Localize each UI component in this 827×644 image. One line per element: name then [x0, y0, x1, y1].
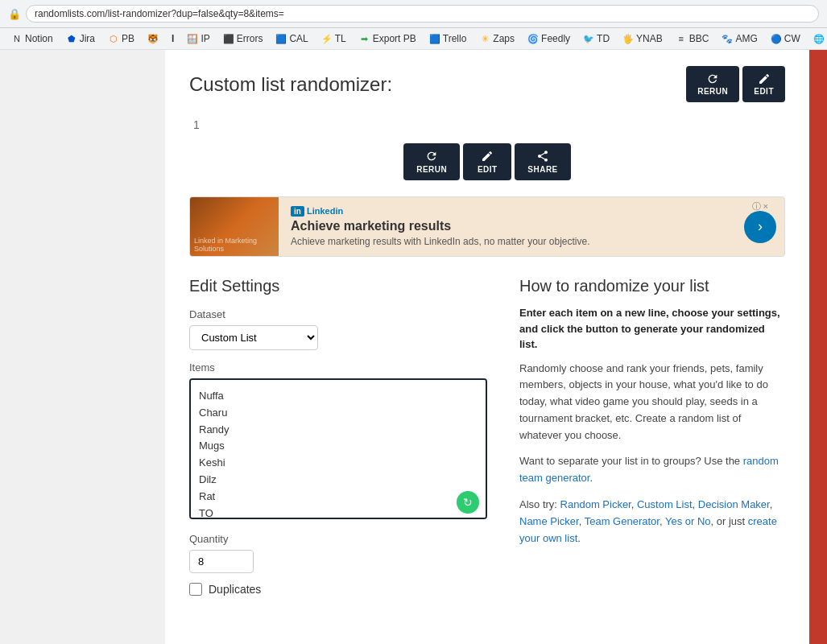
two-column-layout: Edit Settings Dataset Custom List Names …: [189, 277, 785, 596]
para2-prefix: Want to separate your list in to groups?…: [519, 455, 743, 467]
bookmark-jira[interactable]: ⬟ Jira: [61, 31, 100, 46]
dataset-select[interactable]: Custom List Names Numbers Colors Countri…: [189, 325, 318, 350]
header-edit-label: EDIT: [754, 87, 774, 96]
refresh-button[interactable]: ↻: [457, 491, 479, 514]
edit-button[interactable]: EDIT: [463, 143, 511, 180]
bookmark-label: PB: [122, 33, 134, 44]
how-to-title: How to randomize your list: [519, 277, 785, 295]
page-title: Custom list randomizer:: [189, 73, 392, 96]
right-panel: [809, 50, 827, 644]
header-buttons: RERUN EDIT: [686, 66, 785, 102]
quantity-input[interactable]: [189, 550, 254, 573]
header-edit-button[interactable]: EDIT: [742, 66, 785, 102]
td-icon: 🐦: [583, 33, 594, 44]
ad-subtitle: Achieve marketing results with LinkedIn …: [291, 236, 732, 247]
ynab-icon: 🖐: [622, 33, 634, 44]
amg-icon: 🐾: [722, 33, 733, 44]
bookmark-trello[interactable]: 🟦 Trello: [424, 31, 472, 46]
decision-maker-link[interactable]: Decision Maker: [698, 498, 770, 510]
cal-icon: 🟦: [275, 33, 287, 44]
bookmark-bbc[interactable]: ≡ BBC: [671, 31, 714, 46]
duplicates-row: Duplicates: [189, 583, 487, 596]
bookmark-label: Errors: [237, 33, 263, 44]
ad-logo: in Linkedin: [291, 206, 732, 216]
bookmarks-bar: N Notion ⬟ Jira ⬡ PB 🐯 I 🪟 IP ⬛ Errors 🟦…: [0, 28, 827, 50]
bookmark-label: I: [172, 33, 174, 44]
bookmark-cal[interactable]: 🟦 CAL: [271, 31, 312, 46]
ad-banner: Linked in Marketing Solutions in Linkedi…: [189, 196, 785, 257]
browser-bar: 🔒 randomlists.com/list-randomizer?dup=fa…: [0, 0, 827, 28]
ad-title: Achieve marketing results: [291, 219, 732, 233]
errors-icon: ⬛: [223, 33, 234, 44]
para3-prefix: Also try:: [519, 498, 560, 510]
bookmark-label: YNAB: [636, 33, 663, 44]
bookmark-label: CAL: [289, 33, 308, 44]
how-to-para2: Want to separate your list in to groups?…: [519, 453, 785, 487]
team-generator-link[interactable]: Team Generator: [585, 515, 660, 527]
page-header: Custom list randomizer: RERUN EDIT: [189, 66, 785, 102]
header-rerun-label: RERUN: [697, 87, 728, 96]
bookmark-label: Zaps: [493, 33, 515, 44]
feedly-icon: 🌀: [527, 33, 539, 44]
para3-suffix: .: [577, 532, 581, 544]
zaps-icon: ✳: [479, 33, 490, 44]
action-buttons: RERUN EDIT SHARE: [189, 143, 785, 180]
bookmark-label: Trello: [443, 33, 467, 44]
bookmark-tiger[interactable]: 🐯: [143, 31, 163, 46]
export-icon: ➡: [359, 33, 370, 44]
bookmark-label: BBC: [689, 33, 709, 44]
rerun-icon: [706, 72, 719, 85]
bookmark-td[interactable]: 🐦 TD: [578, 31, 614, 46]
name-picker-link[interactable]: Name Picker: [519, 515, 579, 527]
tiger-icon: 🐯: [147, 33, 159, 44]
page-wrapper: Custom list randomizer: RERUN EDIT 1: [0, 50, 827, 644]
rerun-label: RERUN: [416, 165, 447, 174]
share-label: SHARE: [527, 165, 558, 174]
ad-logo-text: Linkedin: [307, 206, 343, 216]
custom-list-link[interactable]: Custom List: [637, 498, 693, 510]
bookmark-label: Jira: [80, 33, 95, 44]
bookmark-eye[interactable]: 🌐 Eya: [808, 31, 827, 46]
bookmark-ynab[interactable]: 🖐 YNAB: [618, 31, 668, 46]
bookmark-export-pb[interactable]: ➡ Export PB: [354, 31, 421, 46]
items-textarea[interactable]: Nuffa Charu Randy Mugs Keshi Dilz Rat TO: [189, 378, 487, 519]
main-content: Custom list randomizer: RERUN EDIT 1: [165, 50, 809, 644]
ad-cta-button[interactable]: ›: [744, 211, 776, 243]
url-bar[interactable]: randomlists.com/list-randomizer?dup=fals…: [26, 5, 819, 23]
ad-info[interactable]: ⓘ ×: [752, 200, 768, 213]
bookmark-tl[interactable]: ⚡ TL: [316, 31, 351, 46]
bookmark-label: IP: [201, 33, 209, 44]
ad-brand-text: Linked in Marketing Solutions: [194, 237, 279, 253]
bookmark-i[interactable]: I: [167, 31, 179, 46]
header-rerun-button[interactable]: RERUN: [686, 66, 739, 102]
duplicates-checkbox[interactable]: [189, 583, 202, 596]
edit-icon: [758, 72, 771, 85]
bookmark-notion[interactable]: N Notion: [6, 31, 58, 46]
pb-icon: ⬡: [108, 33, 119, 44]
how-to-bold: Enter each item on a new line, choose yo…: [519, 305, 785, 353]
random-picker-link[interactable]: Random Picker: [560, 498, 631, 510]
how-to-para3: Also try: Random Picker, Custom List, De…: [519, 497, 785, 547]
bookmark-label: TD: [597, 33, 610, 44]
rerun-button[interactable]: RERUN: [403, 143, 460, 180]
eye-icon: 🌐: [813, 33, 825, 44]
yes-or-no-link[interactable]: Yes or No: [665, 515, 711, 527]
bookmark-amg[interactable]: 🐾 AMG: [717, 31, 762, 46]
bookmark-pb[interactable]: ⬡ PB: [103, 31, 139, 46]
bookmark-feedly[interactable]: 🌀 Feedly: [523, 31, 575, 46]
bookmark-zaps[interactable]: ✳ Zaps: [474, 31, 519, 46]
ad-content: in Linkedin Achieve marketing results Ac…: [279, 198, 744, 255]
rerun-icon-center: [425, 150, 438, 163]
bookmark-label: Export PB: [373, 33, 416, 44]
edit-settings-title: Edit Settings: [189, 277, 487, 295]
ip-icon: 🪟: [187, 33, 198, 44]
para2-suffix: .: [589, 472, 593, 484]
how-to-panel: How to randomize your list Enter each it…: [519, 277, 785, 596]
bookmark-cw[interactable]: 🔵 CW: [766, 31, 805, 46]
bookmark-errors[interactable]: ⬛ Errors: [218, 31, 268, 46]
bookmark-ip[interactable]: 🪟 IP: [182, 31, 214, 46]
cw-icon: 🔵: [771, 33, 782, 44]
how-to-para1: Randomly choose and rank your friends, p…: [519, 361, 785, 444]
share-button[interactable]: SHARE: [515, 143, 571, 180]
share-icon: [536, 150, 549, 163]
